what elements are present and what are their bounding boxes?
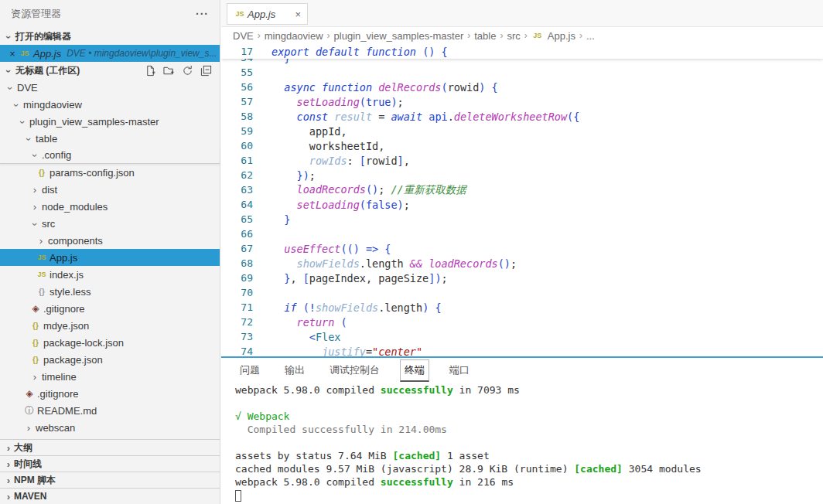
tab-close-icon[interactable]: ×	[284, 9, 301, 20]
open-editor-filename: App.js	[33, 48, 61, 60]
sidebar-section-MAVEN[interactable]: ›MAVEN	[0, 488, 220, 504]
code-line-60[interactable]: 60 worksheetId,	[221, 138, 823, 153]
tree-item-label: .config	[42, 149, 71, 161]
line-number: 62	[221, 169, 253, 181]
tree-item-label: DVE	[17, 82, 38, 94]
tree-item-src[interactable]: ›src	[0, 215, 220, 232]
code-text: loadRecords(); //重新获取数据	[253, 183, 466, 197]
code-line-73[interactable]: 73 <Flex	[221, 329, 823, 344]
chevron-right-icon: ›	[3, 475, 14, 486]
tree-item-table[interactable]: ›table	[0, 130, 220, 147]
chevron-right-icon: ›	[29, 201, 40, 213]
tree-item-params-config.json[interactable]: {}params-config.json	[0, 164, 220, 181]
tree-item-mdye.json[interactable]: {}mdye.json	[0, 317, 220, 334]
line-number: 60	[221, 140, 253, 152]
code-line-58[interactable]: 58 const result = await api.deleteWorksh…	[221, 109, 823, 124]
sidebar-section-NPM 脚本[interactable]: ›NPM 脚本	[0, 472, 220, 488]
tree-item-index.js[interactable]: JSindex.js	[0, 266, 220, 283]
breadcrumb-item-mingdaoview[interactable]: mingdaoview	[265, 30, 323, 42]
chevron-down-icon: ›	[3, 66, 15, 77]
code-text: <Flex	[253, 331, 340, 343]
chevron-down-icon: ›	[11, 100, 22, 111]
code-line-63[interactable]: 63 loadRecords(); //重新获取数据	[221, 182, 823, 197]
tree-item-package-lock.json[interactable]: {}package-lock.json	[0, 334, 220, 351]
tree-item-label: src	[42, 218, 55, 230]
panel-tab-问题[interactable]: 问题	[235, 359, 265, 382]
code-line-66[interactable]: 66	[221, 226, 823, 241]
code-line-71[interactable]: 71 if (!showFields.length) {	[221, 300, 823, 315]
collapse-all-icon[interactable]	[200, 65, 212, 77]
code-line-74[interactable]: 74 justify="center"	[221, 344, 823, 356]
code-line-69[interactable]: 69 }, [pageIndex, pageSize]);	[221, 271, 823, 285]
code-text: const result = await api.deleteWorksheet…	[253, 111, 579, 123]
new-file-icon[interactable]	[145, 65, 156, 77]
open-editor-item-appjs[interactable]: × JS App.js DVE • mingdaoview\plugin_vie…	[0, 45, 220, 62]
chevron-right-icon: ›	[36, 235, 46, 247]
tree-item-timeline[interactable]: ›timeline	[0, 368, 220, 385]
tree-item-App.js[interactable]: JSApp.js	[0, 249, 220, 266]
breadcrumb-item-DVE[interactable]: DVE	[233, 30, 254, 42]
code-line-55[interactable]: 55	[221, 65, 823, 80]
open-editors-header[interactable]: › 打开的编辑器	[0, 28, 220, 45]
breadcrumb-item-table[interactable]: table	[474, 30, 496, 42]
breadcrumb-item-...[interactable]: ...	[586, 30, 595, 42]
tree-item-webscan[interactable]: ›webscan	[0, 419, 220, 436]
sidebar-section-大纲[interactable]: ›大纲	[0, 439, 220, 455]
code-line-62[interactable]: 62 });	[221, 168, 823, 182]
tree-item-.gitignore[interactable]: ◈.gitignore	[0, 385, 220, 402]
terminal-output[interactable]: webpack 5.98.0 compiled successfully in …	[221, 383, 823, 502]
code-editor[interactable]: 17export default function () {54 }5556 a…	[221, 44, 823, 356]
line-number: 55	[221, 66, 253, 78]
tree-item-label: mingdaoview	[23, 99, 82, 111]
code-line-67[interactable]: 67 useEffect(() => {	[221, 241, 823, 256]
code-line-68[interactable]: 68 showFields.length && loadRecords();	[221, 256, 823, 271]
code-line-59[interactable]: 59 appId,	[221, 124, 823, 138]
code-line-57[interactable]: 57 setLoading(true);	[221, 94, 823, 109]
code-line-64[interactable]: 64 setLoading(false);	[221, 197, 823, 212]
code-text: rowIds: [rowid],	[253, 155, 410, 167]
tree-item-label: table	[36, 133, 57, 145]
sidebar-section-时间线[interactable]: ›时间线	[0, 455, 220, 472]
panel-tab-端口[interactable]: 端口	[445, 359, 474, 382]
tree-item-dist[interactable]: ›dist	[0, 181, 220, 198]
tree-item-mingdaoview[interactable]: ›mingdaoview	[0, 96, 220, 113]
sticky-line-17[interactable]: 17export default function () {	[221, 44, 823, 59]
tree-item-label: index.js	[50, 269, 84, 281]
tree-item-README.md[interactable]: ⓘREADME.md	[0, 402, 220, 419]
code-text: }	[253, 213, 290, 226]
terminal-line: cached modules 9.57 MiB (javascript) 28.…	[235, 462, 823, 475]
code-line-72[interactable]: 72 return (	[221, 315, 823, 329]
code-line-56[interactable]: 56 async function delRecords(rowid) {	[221, 80, 823, 94]
tree-item-components[interactable]: ›components	[0, 232, 220, 249]
tab-appjs[interactable]: JS App.js ×	[227, 3, 308, 25]
tree-item-label: mdye.json	[43, 320, 89, 332]
close-icon[interactable]: ×	[6, 48, 19, 60]
tree-item-style.less[interactable]: {}style.less	[0, 283, 220, 300]
open-editors-label: 打开的编辑器	[15, 30, 71, 43]
code-line-61[interactable]: 61 rowIds: [rowid],	[221, 153, 823, 168]
tree-item-.gitignore[interactable]: ◈.gitignore	[0, 300, 220, 317]
tree-item-plugin_view_samples-master[interactable]: ›plugin_view_samples-master	[0, 113, 220, 130]
tree-item-node_modules[interactable]: ›node_modules	[0, 198, 220, 215]
line-number: 69	[221, 272, 253, 284]
tree-item-DVE[interactable]: ›DVE	[0, 79, 220, 96]
new-folder-icon[interactable]	[163, 65, 175, 77]
chevron-down-icon: ›	[5, 83, 16, 94]
tree-item-package.json[interactable]: {}package.json	[0, 351, 220, 368]
tree-item-label: .gitignore	[37, 388, 78, 400]
code-text: worksheetId,	[253, 140, 384, 152]
chevron-down-icon: ›	[23, 134, 35, 145]
breadcrumb-item-src[interactable]: src	[507, 30, 520, 42]
breadcrumb-item-plugin_view_samples-master[interactable]: plugin_view_samples-master	[334, 30, 464, 42]
code-line-65[interactable]: 65 }	[221, 212, 823, 226]
breadcrumb-item-App.js[interactable]: App.js	[548, 30, 575, 42]
panel-tab-终端[interactable]: 终端	[400, 359, 429, 382]
more-actions-icon[interactable]: ···	[196, 8, 209, 20]
tree-item-label: package.json	[43, 354, 103, 366]
refresh-icon[interactable]	[182, 65, 193, 77]
code-line-70[interactable]: 70	[221, 285, 823, 300]
panel-tab-输出[interactable]: 输出	[280, 359, 309, 382]
workspace-header[interactable]: › 无标题 (工作区)	[0, 62, 220, 79]
panel-tab-调试控制台[interactable]: 调试控制台	[325, 359, 384, 382]
tree-item-.config[interactable]: ›.config	[0, 147, 220, 164]
